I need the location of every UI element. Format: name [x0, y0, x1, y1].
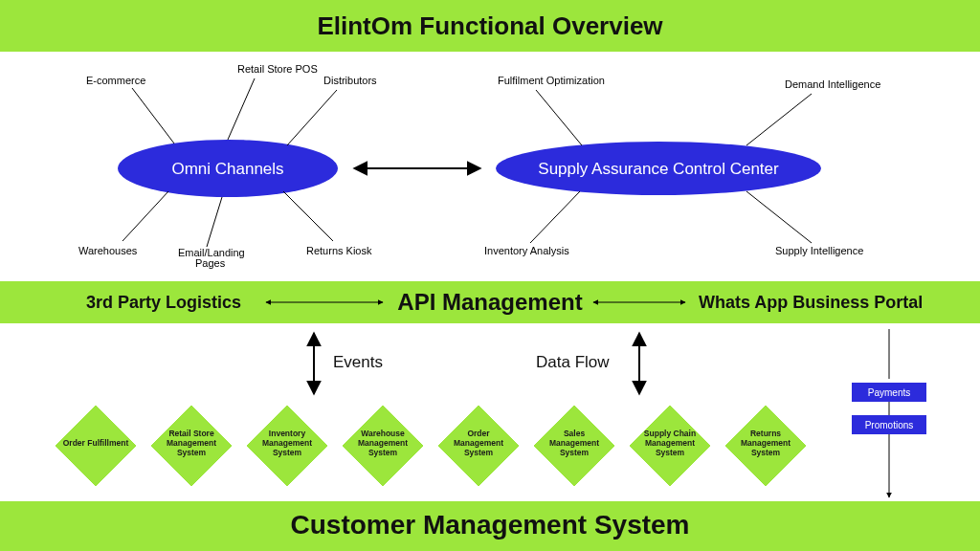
events-label: Events [333, 353, 383, 371]
omni-channels-label: Omni Channels [171, 160, 283, 178]
page-title: ElintOm Functional Overview [317, 11, 663, 40]
spoke-inventory-analysis: Inventory Analysis [484, 245, 569, 256]
cms-title: Customer Management System [290, 510, 689, 540]
sacc-label: Supply Assurance Control Center [538, 160, 779, 178]
system-label: Order Fulfillment [63, 438, 129, 448]
svg-line-1 [228, 78, 255, 140]
api-left-label: 3rd Party Logistics [86, 293, 241, 312]
svg-line-7 [746, 94, 812, 145]
payments-label: Payments [868, 387, 910, 398]
spoke-fulfilment-opt: Fulfilment Optimization [498, 75, 605, 86]
api-right-label: Whats App Business Portal [699, 293, 923, 312]
svg-line-6 [536, 90, 582, 145]
svg-line-5 [283, 191, 333, 241]
svg-line-9 [746, 191, 812, 243]
svg-line-8 [530, 191, 580, 243]
sacc-cluster: Supply Assurance Control Center Fulfilme… [484, 75, 880, 256]
promotions-label: Promotions [865, 420, 914, 430]
svg-line-3 [122, 191, 168, 241]
omni-channels-cluster: Omni Channels E-commerce Retail Store PO… [78, 63, 377, 269]
spoke-ecommerce: E-commerce [86, 75, 145, 86]
spoke-retail-pos: Retail Store POS [237, 63, 318, 75]
spoke-demand-intel: Demand Intelligence [785, 78, 880, 90]
svg-line-0 [132, 88, 174, 143]
systems-row: Order FulfillmentRetail StoreManagementS… [56, 406, 806, 486]
spoke-supply-intel: Supply Intelligence [775, 245, 863, 256]
dataflow-label: Data Flow [536, 353, 610, 371]
svg-line-4 [207, 197, 222, 247]
svg-line-2 [287, 90, 337, 145]
spoke-distributors: Distributors [323, 75, 377, 86]
api-center-label: API Management [397, 289, 582, 315]
spoke-warehouses: Warehouses [78, 245, 138, 256]
spoke-returns-kiosk: Returns Kiosk [306, 245, 372, 256]
spoke-email-landing: Email/LandingPages [178, 247, 245, 269]
